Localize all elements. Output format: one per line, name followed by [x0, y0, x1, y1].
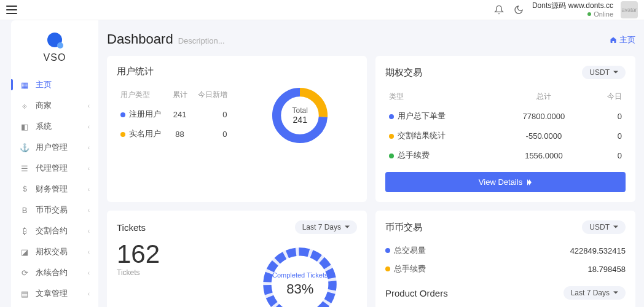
sidebar: VSO ▦ 主页 ⟐ 商家 ‹◧ 系统 ‹⚓ 用户管理 ‹☰ 代理管理 ‹＄ 财…	[11, 20, 98, 307]
sidebar-item-10[interactable]: ▤ 文章管理 ‹	[11, 283, 98, 304]
moon-icon[interactable]	[512, 4, 525, 16]
date-range-select[interactable]: Last 7 Days	[295, 220, 357, 234]
bitcoin-icon: ₿	[20, 226, 29, 236]
home-icon	[610, 36, 617, 44]
card-title: 币币交易	[385, 222, 422, 233]
bell-icon[interactable]	[493, 4, 505, 16]
page-header: Dashboard Description... 主页	[107, 31, 635, 47]
table-row: 实名用户 880	[118, 125, 230, 143]
sidebar-item-label: 商家	[36, 100, 88, 111]
chevron-left-icon: ‹	[88, 144, 90, 151]
logo-icon	[47, 33, 62, 47]
sidebar-item-5[interactable]: ＄ 财务管理 ‹	[11, 179, 98, 200]
chevron-down-icon	[613, 70, 618, 75]
sidebar-item-3[interactable]: ⚓ 用户管理 ‹	[11, 137, 98, 158]
breadcrumb[interactable]: 主页	[610, 34, 635, 45]
bullet-icon	[385, 248, 390, 253]
sidebar-item-label: 文章管理	[36, 288, 88, 299]
card-options-trading: 期权交易 USDT 类型 总计 今日 用户总下单量 77800.00000交割结…	[375, 56, 635, 202]
chevron-left-icon: ‹	[88, 270, 90, 276]
chevron-down-icon	[613, 225, 618, 230]
table-row: 注册用户 2410	[118, 105, 230, 123]
chevron-left-icon: ‹	[88, 290, 90, 297]
dashboard-icon: ▦	[20, 80, 29, 90]
dollar-icon: ＄	[20, 184, 29, 194]
sidebar-item-label: 主页	[36, 79, 90, 90]
bullet-icon	[385, 266, 390, 271]
user-info[interactable]: Donts源码 www.donts.cc Online	[532, 1, 613, 18]
card-title: 用户统计	[117, 66, 154, 77]
chevron-left-icon: ‹	[88, 123, 90, 130]
card-user-stats: 用户统计 用户类型 累计 今日新增 注册用户 2410实名用户 880	[107, 56, 367, 202]
list-item: 总手续费18.798458	[385, 260, 626, 278]
chevron-left-icon: ‹	[88, 103, 90, 109]
bullet-icon	[389, 114, 394, 119]
anchor-icon: ⚓	[20, 142, 29, 152]
sidebar-item-label: 永续合约	[36, 267, 88, 278]
menu-toggle[interactable]	[6, 6, 17, 14]
avatar[interactable]: avatar	[621, 1, 638, 18]
store-icon: ⟐	[20, 101, 29, 111]
sidebar-item-label: 财务管理	[36, 184, 88, 195]
card-title: Product Orders	[385, 288, 448, 298]
cube-icon: ◧	[20, 122, 29, 131]
sidebar-item-4[interactable]: ☰ 代理管理 ‹	[11, 158, 98, 179]
tickets-total: 162	[117, 241, 231, 267]
sidebar-item-1[interactable]: ⟐ 商家 ‹	[11, 95, 98, 116]
bullet-icon	[389, 134, 394, 139]
user-stats-donut: Total 241	[269, 85, 331, 146]
nav: ▦ 主页 ⟐ 商家 ‹◧ 系统 ‹⚓ 用户管理 ‹☰ 代理管理 ‹＄ 财务管理 …	[11, 69, 98, 307]
page-title: Dashboard	[107, 31, 173, 47]
sidebar-item-label: 交割合约	[36, 225, 88, 236]
sidebar-item-9[interactable]: ⟳ 永续合约 ‹	[11, 262, 98, 283]
table-row: 用户总下单量 77800.00000	[387, 107, 624, 125]
list-item: 总交易量422849.532415	[385, 241, 626, 260]
table-row: 交割结果统计 -550.00000	[387, 126, 624, 145]
card-tickets: Tickets Last 7 Days 162 Tickets	[107, 211, 367, 307]
currency-select[interactable]: USDT	[582, 220, 626, 234]
bullet-icon	[120, 132, 125, 137]
chart-icon: ◪	[20, 247, 29, 257]
chevron-left-icon: ‹	[88, 165, 90, 172]
card-title: 期权交易	[385, 67, 422, 79]
chevron-left-icon: ‹	[88, 186, 90, 193]
page-description: Description...	[178, 36, 225, 45]
sidebar-item-label: 币币交易	[36, 204, 88, 216]
view-details-button[interactable]: View Details	[385, 172, 626, 192]
table-row: 总手续费 1556.00000	[387, 146, 624, 165]
sidebar-item-label: 期权交易	[36, 246, 88, 257]
status-dot-icon	[587, 12, 591, 16]
user-stats-table: 用户类型 累计 今日新增 注册用户 2410实名用户 880	[117, 85, 231, 144]
refresh-icon: ⟳	[20, 268, 29, 278]
currency-select[interactable]: USDT	[582, 66, 626, 79]
file-icon: ▤	[20, 289, 29, 298]
user-status: Online	[532, 10, 613, 18]
bullet-icon	[389, 154, 394, 158]
chevron-down-icon	[345, 225, 350, 230]
options-trading-table: 类型 总计 今日 用户总下单量 77800.00000交割结果统计 -550.0…	[385, 87, 626, 166]
main: Dashboard Description... 主页 用户统计 用户类型 累计…	[98, 20, 644, 307]
sidebar-item-7[interactable]: ₿ 交割合约 ‹	[11, 220, 98, 241]
sidebar-item-11[interactable]: ◍ 申购管理 ‹	[11, 304, 98, 307]
chevron-left-icon: ‹	[88, 249, 90, 255]
clipboard-icon: ☰	[20, 163, 29, 173]
card-product-orders: Product Orders Last 7 Days Finished23043…	[375, 276, 635, 307]
topbar: Donts源码 www.donts.cc Online avatar	[0, 0, 644, 20]
sidebar-item-label: 系统	[36, 121, 88, 132]
sidebar-item-2[interactable]: ◧ 系统 ‹	[11, 116, 98, 137]
logo-text: VSO	[11, 52, 98, 63]
sidebar-item-label: 用户管理	[36, 142, 88, 153]
tickets-gauge: Completed Tickets 83%	[257, 241, 343, 307]
card-title: Tickets	[117, 222, 146, 233]
bold-icon: B	[20, 205, 29, 215]
sidebar-item-0[interactable]: ▦ 主页	[11, 74, 98, 95]
date-range-select[interactable]: Last 7 Days	[564, 286, 626, 300]
logo[interactable]: VSO	[11, 20, 98, 69]
bullet-icon	[120, 112, 125, 117]
user-name: Donts源码 www.donts.cc	[532, 1, 613, 10]
sidebar-item-label: 代理管理	[36, 163, 88, 174]
chevron-down-icon	[613, 290, 618, 295]
sidebar-item-8[interactable]: ◪ 期权交易 ‹	[11, 241, 98, 262]
sidebar-item-6[interactable]: B 币币交易 ‹	[11, 200, 98, 220]
chevron-right-icon	[526, 179, 532, 185]
